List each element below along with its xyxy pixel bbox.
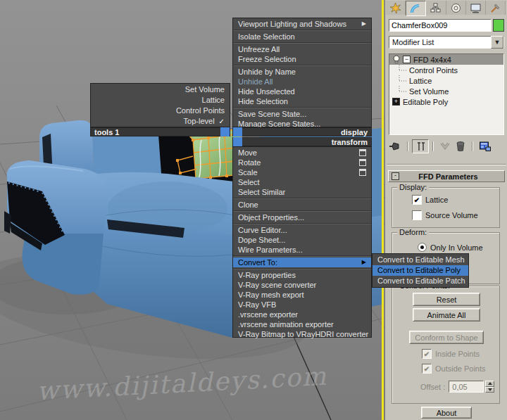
only-in-volume-radio-label: Only In Volume [430, 243, 483, 252]
modifier-list-dropdown[interactable]: Modifier List ▼ [389, 36, 504, 49]
menu-item-select[interactable]: Select [233, 177, 371, 187]
active-viewport-border [382, 0, 384, 420]
pin-stack-icon[interactable] [387, 140, 403, 153]
tab-hierarchy[interactable] [426, 1, 446, 15]
menu-item-convert-to-editable-poly[interactable]: Convert to Editable Poly [373, 265, 468, 276]
menu-separator [233, 106, 371, 109]
settings-dialog-icon[interactable] [359, 169, 366, 176]
tree-line [392, 86, 409, 96]
settings-dialog-icon[interactable] [359, 149, 366, 156]
stack-item-label: Set Volume [409, 87, 449, 96]
tab-display[interactable] [466, 1, 486, 15]
menu-item-clone[interactable]: Clone [233, 200, 371, 210]
lattice-checkbox-row[interactable]: ✔ Lattice [412, 195, 448, 205]
menu-item-select-similar[interactable]: Select Similar [233, 187, 371, 197]
object-color-swatch[interactable] [493, 19, 504, 32]
make-unique-icon[interactable] [437, 140, 453, 153]
menu-item-object-properties[interactable]: Object Properties... [233, 212, 371, 222]
menu-item-vrscene-animation-exporter[interactable]: .vrscene animation exporter [233, 319, 371, 329]
menu-item-convert-to[interactable]: Convert To:▶ [233, 257, 371, 267]
show-end-result-icon[interactable] [412, 139, 429, 153]
application-window: www.dijitaldeys.com Set VolumeLatticeCon… [0, 0, 507, 420]
menu-item-curve-editor[interactable]: Curve Editor... [233, 225, 371, 235]
menu-item-label: Rotate [238, 158, 261, 167]
menu-item-save-scene-state[interactable]: Save Scene State... [233, 109, 371, 119]
settings-dialog-icon[interactable] [359, 159, 366, 166]
tab-create[interactable] [386, 1, 406, 15]
stack-item-set-volume[interactable]: Set Volume [389, 86, 503, 96]
menu-item-top-level[interactable]: Top-level✓ [91, 116, 230, 127]
radio-selected-icon[interactable] [418, 243, 427, 252]
menu-item-scale[interactable]: Scale [233, 167, 371, 177]
stack-item-editable-poly[interactable]: +Editable Poly [389, 96, 503, 107]
checkbox-checked-icon[interactable]: ✔ [412, 195, 422, 205]
collapse-icon[interactable]: − [403, 56, 411, 63]
menu-item-v-ray-scene-converter[interactable]: V-Ray scene converter [233, 280, 371, 290]
quad-menu-display: Viewport Lighting and Shadows▶Isolate Se… [232, 18, 372, 127]
remove-modifier-icon[interactable] [453, 140, 468, 153]
menu-item-label: V-Ray properties [238, 270, 296, 280]
checkmark-icon: ✓ [219, 116, 225, 127]
menu-separator [233, 29, 371, 32]
menu-item-dope-sheet[interactable]: Dope Sheet... [233, 235, 371, 245]
menu-item-label: Select Similar [238, 187, 285, 197]
collapse-icon[interactable]: - [392, 172, 399, 180]
menu-item-unhide-by-name[interactable]: Unhide by Name [233, 67, 371, 77]
menu-item-viewport-lighting-and-shadows[interactable]: Viewport Lighting and Shadows▶ [233, 19, 371, 29]
quad-header-tools[interactable]: tools 1 [90, 127, 230, 136]
checkbox-unchecked-icon[interactable] [412, 210, 422, 220]
tab-motion[interactable] [446, 1, 466, 15]
menu-item-move[interactable]: Move [233, 148, 371, 158]
object-name-field[interactable] [389, 19, 492, 32]
expand-icon[interactable]: + [392, 98, 400, 106]
tree-line [392, 65, 409, 75]
menu-item-unhide-all[interactable]: Unhide All [233, 77, 371, 87]
menu-item-v-ray-mesh-export[interactable]: V-Ray mesh export [233, 290, 371, 300]
menu-item-control-points[interactable]: Control Points [91, 106, 230, 116]
modifier-onoff-bulb-icon[interactable] [392, 55, 401, 64]
stack-item-control-points[interactable]: Control Points [389, 65, 503, 75]
modifier-stack-toolbar [387, 139, 506, 153]
stack-item-label: Control Points [409, 66, 458, 75]
menu-item-wire-parameters[interactable]: Wire Parameters... [233, 245, 371, 255]
stack-item-lattice[interactable]: Lattice [389, 75, 503, 86]
menu-item-label: Unhide by Name [238, 67, 296, 77]
menu-item-set-volume[interactable]: Set Volume [91, 84, 230, 95]
menu-item-lattice[interactable]: Lattice [91, 95, 230, 106]
menu-item-hide-selection[interactable]: Hide Selection [233, 96, 371, 106]
menu-item-label: Object Properties... [238, 212, 304, 222]
menu-item-label: Control Points [176, 106, 225, 116]
about-button[interactable]: About [421, 407, 472, 419]
menu-item-convert-to-editable-patch[interactable]: Convert to Editable Patch [373, 276, 468, 286]
quad-menu-tools: Set VolumeLatticeControl PointsTop-level… [90, 83, 230, 127]
menu-item-label: Convert to Editable Mesh [377, 255, 465, 265]
lattice-checkbox-label: Lattice [425, 196, 448, 204]
menu-item-vrscene-exporter[interactable]: .vrscene exporter [233, 310, 371, 319]
menu-item-label: Curve Editor... [238, 225, 287, 235]
stack-item-ffd-4x4x4[interactable]: −FFD 4x4x4 [389, 54, 503, 65]
source-volume-checkbox-row[interactable]: Source Volume [412, 210, 478, 220]
menu-item-v-ray-bitmap-to-vrayhdri-converter[interactable]: V-Ray Bitmap to VRayHDRI converter [233, 329, 371, 339]
ffd-parameters-rollout-header[interactable]: - FFD Parameters [388, 170, 505, 182]
configure-modifier-sets-icon[interactable] [477, 140, 494, 153]
menu-item-convert-to-editable-mesh[interactable]: Convert to Editable Mesh [373, 255, 468, 265]
animate-all-button[interactable]: Animate All [413, 308, 480, 322]
menu-item-hide-unselected[interactable]: Hide Unselected [233, 87, 371, 96]
menu-item-isolate-selection[interactable]: Isolate Selection [233, 32, 371, 42]
offset-label: Offset : [420, 383, 445, 391]
menu-item-label: Convert to Editable Poly [377, 265, 461, 276]
quad-header-display[interactable]: display [232, 127, 372, 136]
reset-button[interactable]: Reset [413, 293, 480, 306]
quad-header-transform[interactable]: transform [232, 137, 372, 146]
chevron-down-icon[interactable]: ▼ [491, 36, 503, 49]
menu-item-freeze-selection[interactable]: Freeze Selection [233, 54, 371, 64]
outside-points-checkbox-row: ✔ Outside Points [422, 364, 486, 374]
menu-item-v-ray-vfb[interactable]: V-Ray VFB [233, 300, 371, 310]
tab-modify[interactable] [406, 1, 426, 16]
menu-item-rotate[interactable]: Rotate [233, 158, 371, 167]
tab-utilities[interactable] [486, 1, 506, 15]
menu-item-unfreeze-all[interactable]: Unfreeze All [233, 44, 371, 54]
only-in-volume-radio-row[interactable]: Only In Volume [418, 243, 483, 252]
toolbar-separator [432, 141, 434, 151]
menu-item-v-ray-properties[interactable]: V-Ray properties [233, 270, 371, 280]
